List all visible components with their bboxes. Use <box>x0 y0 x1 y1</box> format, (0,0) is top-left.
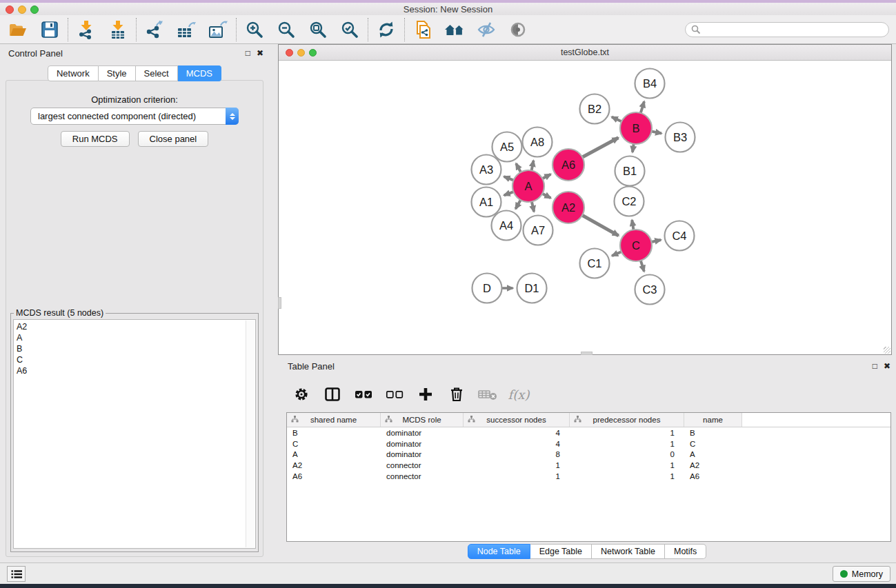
delete-table-icon[interactable] <box>478 385 497 404</box>
tab-motifs[interactable]: Motifs <box>665 544 706 559</box>
splitter-grip-icon[interactable] <box>581 352 593 355</box>
splitter-grip-icon[interactable] <box>278 297 281 309</box>
graph-edge-A-A4[interactable] <box>515 199 521 209</box>
deselect-all-icon[interactable] <box>385 385 404 404</box>
save-session-icon[interactable] <box>39 19 61 40</box>
delete-column-trash-icon[interactable] <box>447 385 466 404</box>
toggle-table-panel-icon[interactable] <box>323 385 342 404</box>
column-header-name[interactable]: name <box>684 413 742 427</box>
mcds-result-item[interactable]: C <box>17 354 255 365</box>
criterion-dropdown[interactable]: largest connected component (directed) <box>30 108 239 125</box>
graph-edge-A-A5[interactable] <box>516 163 521 173</box>
mcds-result-item[interactable]: A2 <box>17 321 255 332</box>
graph-edge-A-A2[interactable] <box>541 193 550 198</box>
cell-name[interactable]: C <box>684 440 742 448</box>
tab-select[interactable]: Select <box>136 65 178 81</box>
zoom-selected-icon[interactable] <box>339 19 361 40</box>
table-row[interactable]: A6connector11A6 <box>287 471 890 482</box>
cell-name[interactable]: A6 <box>684 472 742 480</box>
cell-successor-nodes[interactable]: 4 <box>464 429 570 437</box>
mcds-result-item[interactable]: B <box>17 343 255 354</box>
graph-edge-B-B4[interactable] <box>640 101 644 114</box>
tab-network[interactable]: Network <box>48 65 99 81</box>
graph-edge-C-C1[interactable] <box>612 252 622 256</box>
node-table[interactable]: shared nameMCDS rolesuccessor nodesprede… <box>286 412 891 542</box>
table-row[interactable]: Bdominator41B <box>287 427 890 438</box>
table-row[interactable]: A2connector11A2 <box>287 460 890 471</box>
table-row[interactable]: Adominator80A <box>287 449 890 460</box>
mcds-result-item[interactable]: A <box>17 332 255 343</box>
float-panel-icon[interactable]: □ <box>873 361 877 371</box>
add-column-icon[interactable] <box>416 385 435 404</box>
graph-edge-B-B2[interactable] <box>612 117 622 122</box>
function-builder-icon[interactable]: f(x) <box>509 385 528 404</box>
export-table-icon[interactable] <box>175 19 197 40</box>
graph-edge-A-A3[interactable] <box>504 176 515 181</box>
memory-button[interactable]: Memory <box>833 566 890 582</box>
graph-edge-A-A1[interactable] <box>504 192 515 196</box>
cell-predecessor-nodes[interactable]: 1 <box>570 461 684 469</box>
tab-network-table[interactable]: Network Table <box>592 544 665 559</box>
tab-node-table[interactable]: Node Table <box>468 544 530 559</box>
cell-predecessor-nodes[interactable]: 0 <box>570 450 684 458</box>
mcds-result-list[interactable]: A2ABCA6 <box>13 319 256 549</box>
cell-successor-nodes[interactable]: 4 <box>464 440 570 448</box>
cell-shared-name[interactable]: B <box>287 429 381 437</box>
cell-MCDS-role[interactable]: dominator <box>381 429 464 437</box>
export-network-icon[interactable] <box>143 19 166 40</box>
close-panel-button[interactable]: Close panel <box>138 131 209 147</box>
tab-style[interactable]: Style <box>99 65 136 81</box>
graph-edge-C-C4[interactable] <box>650 240 661 242</box>
refresh-network-icon[interactable] <box>375 19 397 40</box>
network-window-titlebar[interactable]: testGlobe.txt <box>279 45 891 61</box>
network-canvas[interactable]: AA6A2BCA1A3A4A5A7A8B1B2B3B4C1C2C3C4DD1 <box>279 61 891 354</box>
cell-predecessor-nodes[interactable]: 1 <box>570 472 684 480</box>
column-header-shared-name[interactable]: shared name <box>287 413 381 427</box>
cell-MCDS-role[interactable]: dominator <box>381 440 464 448</box>
float-panel-icon[interactable]: □ <box>246 48 250 58</box>
graph-edge-B-B3[interactable] <box>651 131 661 133</box>
column-header-predecessor-nodes[interactable]: predecessor nodes <box>570 413 684 427</box>
cell-successor-nodes[interactable]: 8 <box>464 450 570 458</box>
tab-mcds[interactable]: MCDS <box>178 65 221 81</box>
cell-shared-name[interactable]: A2 <box>287 461 381 469</box>
network-graph[interactable]: AA6A2BCA1A3A4A5A7A8B1B2B3B4C1C2C3C4DD1 <box>279 61 891 354</box>
duplicate-network-icon[interactable] <box>412 19 434 40</box>
cell-MCDS-role[interactable]: connector <box>381 461 464 469</box>
cell-shared-name[interactable]: A <box>287 450 381 458</box>
cell-successor-nodes[interactable]: 1 <box>464 461 570 469</box>
zoom-in-icon[interactable] <box>243 19 266 40</box>
first-neighbors-icon[interactable] <box>444 19 466 40</box>
graph-edge-A6-B[interactable] <box>581 138 618 158</box>
cell-name[interactable]: A2 <box>684 461 742 469</box>
import-network-icon[interactable] <box>75 19 97 40</box>
zoom-out-icon[interactable] <box>275 19 297 40</box>
zoom-fit-icon[interactable] <box>307 19 329 40</box>
search-input[interactable] <box>685 22 889 37</box>
select-all-icon[interactable] <box>354 385 373 404</box>
import-table-icon[interactable] <box>107 19 129 40</box>
export-image-icon[interactable] <box>207 19 229 40</box>
graph-edge-A-A7[interactable] <box>532 201 534 212</box>
table-row[interactable]: Cdominator41C <box>287 438 890 449</box>
graph-edge-A-A8[interactable] <box>531 161 533 171</box>
cell-predecessor-nodes[interactable]: 1 <box>570 440 684 448</box>
open-file-icon[interactable] <box>7 19 29 40</box>
graph-edge-A2-C[interactable] <box>581 215 619 236</box>
task-history-list-icon[interactable] <box>7 566 26 582</box>
cell-name[interactable]: A <box>684 450 742 458</box>
cell-name[interactable]: B <box>684 429 742 437</box>
hide-selected-eye-slash-icon[interactable] <box>475 19 497 40</box>
scrollbar-track[interactable] <box>246 321 255 547</box>
cell-MCDS-role[interactable]: dominator <box>381 450 464 458</box>
close-panel-icon[interactable]: ✖ <box>257 48 263 58</box>
close-panel-icon[interactable]: ✖ <box>884 361 890 371</box>
cell-MCDS-role[interactable]: connector <box>381 472 464 480</box>
run-mcds-button[interactable]: Run MCDS <box>61 131 130 147</box>
cell-successor-nodes[interactable]: 1 <box>464 472 570 480</box>
graph-edge-C-C2[interactable] <box>632 220 633 230</box>
cell-predecessor-nodes[interactable]: 1 <box>570 429 684 437</box>
graph-edge-A-A6[interactable] <box>541 174 550 179</box>
graph-edge-C-C3[interactable] <box>641 260 644 272</box>
tab-edge-table[interactable]: Edge Table <box>530 544 592 559</box>
